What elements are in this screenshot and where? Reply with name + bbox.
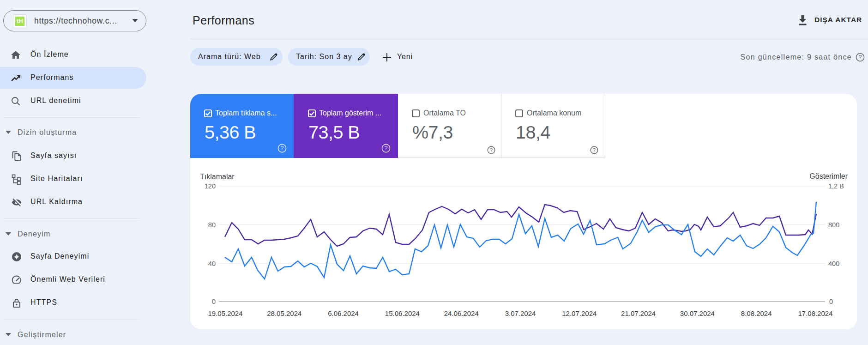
svg-text:400: 400 [828,260,839,267]
svg-text:0: 0 [829,298,833,305]
svg-text:1,2 B: 1,2 B [828,182,844,190]
svg-text:?: ? [859,54,862,61]
svg-text:6.06.2024: 6.06.2024 [328,309,359,317]
svg-text:15.06.2024: 15.06.2024 [385,309,420,317]
svg-text:0: 0 [212,298,216,305]
svg-text:17.08.2024: 17.08.2024 [798,309,832,317]
svg-text:800: 800 [828,221,839,229]
svg-text:?: ? [385,145,388,151]
svg-text:28.05.2024: 28.05.2024 [267,309,301,317]
svg-text:8.08.2024: 8.08.2024 [741,309,772,317]
svg-text:?: ? [490,147,493,153]
svg-text:3.07.2024: 3.07.2024 [505,309,536,317]
svg-text:?: ? [593,147,596,153]
svg-text:40: 40 [208,260,216,267]
svg-text:80: 80 [208,221,216,229]
svg-text:120: 120 [205,182,216,190]
svg-text:Tıklamalar: Tıklamalar [200,173,235,181]
svg-text:19.05.2024: 19.05.2024 [208,309,242,317]
svg-text:Gösterimler: Gösterimler [809,172,848,180]
svg-text:24.06.2024: 24.06.2024 [444,309,479,317]
svg-text:21.07.2024: 21.07.2024 [621,309,656,317]
svg-text:30.07.2024: 30.07.2024 [680,309,715,317]
svg-text:12.07.2024: 12.07.2024 [562,309,597,317]
svg-text:?: ? [281,145,284,151]
